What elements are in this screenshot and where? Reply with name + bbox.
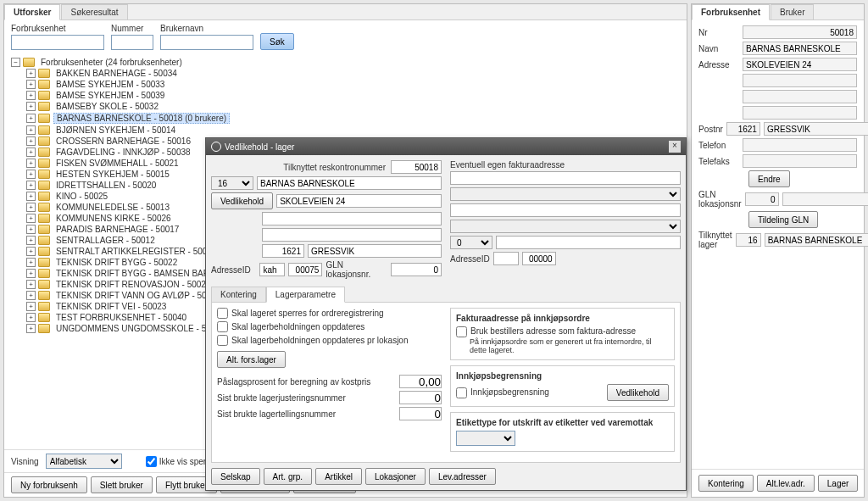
lbl-paslag: Påslagsprosent for beregning av kostpris [217,377,370,387]
paslag-input[interactable] [399,375,442,388]
expand-icon[interactable] [26,302,36,311]
tildeling-gln-button[interactable]: Tildeling GLN [748,211,818,228]
visning-select[interactable]: Alfabetisk [46,454,122,469]
expand-icon[interactable] [26,80,36,89]
tree-item[interactable]: BAKKEN BARNEHAGE - 50034 [26,68,683,79]
lager-navn-input [257,176,442,190]
egen-addr1 [450,171,681,185]
expand-icon[interactable] [26,258,36,267]
expand-icon[interactable] [26,170,36,179]
folder-icon [38,114,50,123]
expand-icon[interactable] [26,192,36,201]
expand-icon[interactable] [26,313,36,322]
tree-item[interactable]: BARNAS BARNESKOLE - 50018 (0 brukere) [26,112,683,125]
tree-item-label: BARNAS BARNESKOLE - 50018 (0 brukere) [53,113,230,124]
artgrp-button[interactable]: Art. grp. [264,468,313,485]
expand-icon[interactable] [26,148,36,157]
lager-select[interactable]: 16 [211,176,253,190]
etikett-select[interactable] [456,431,515,446]
expand-icon[interactable] [26,324,36,333]
selskap-button[interactable]: Selskap [211,468,260,485]
expand-icon[interactable] [26,291,36,300]
expand-icon[interactable] [26,159,36,168]
expand-icon[interactable] [26,236,36,245]
tree-item[interactable]: BJØRNEN SYKEHJEM - 50014 [26,125,683,136]
chk-bruk-bestiller[interactable] [456,326,467,337]
search-user-input[interactable] [160,35,253,50]
expand-icon[interactable] [26,181,36,190]
altlevadr-button[interactable]: Alt.lev.adr. [757,475,815,492]
dialog-titlebar[interactable]: Vedlikehold - lager × [206,138,686,155]
expand-icon[interactable] [26,125,36,135]
tree-root-label: Forbruksenheter (24 forbruksenheter) [38,58,185,67]
folder-icon [38,203,50,212]
tab-forbruksenhet[interactable]: Forbruksenhet [692,4,770,20]
lokasjoner-button[interactable]: Lokasjoner [365,468,426,485]
just-input[interactable] [399,391,442,404]
lbl-navn: Navn [698,44,739,53]
tab-lagerparametre[interactable]: Lagerparametre [266,287,345,303]
faktura-note: På innkjøpsordre som er generert ut fra … [470,337,669,354]
folder-icon [38,269,50,278]
tree-item-label: KINO - 50025 [53,192,110,201]
slett-bruker-button[interactable]: Slett bruker [91,476,153,493]
chk-sperres[interactable] [217,308,228,319]
egen-addr4-select[interactable] [450,220,681,233]
vedlikehold2-button[interactable]: Vedlikehold [607,384,669,401]
lbl-gln-modal: GLN lokasjonsnr. [326,260,387,279]
expand-icon[interactable] [26,280,36,289]
alt-fors-lager-button[interactable]: Alt. fors.lager [217,351,286,368]
tree-item-label: IDRETTSHALLEN - 50020 [53,181,159,190]
tab-sokeresultat[interactable]: Søkeresultat [61,4,127,19]
search-button[interactable]: Søk [260,33,294,50]
search-unit-input[interactable] [11,35,104,50]
tree-item[interactable]: BAMSEBY SKOLE - 50032 [26,101,683,112]
artikkel-button[interactable]: Artikkel [315,468,362,485]
expand-icon[interactable] [26,91,36,100]
folder-icon [38,302,50,311]
expand-icon[interactable] [26,214,36,223]
chk-beholdning[interactable] [217,321,228,332]
folder-icon [38,148,50,157]
tree-root-node[interactable]: Forbruksenheter (24 forbruksenheter) [11,57,683,68]
expand-icon[interactable] [26,102,36,111]
expand-icon[interactable] [26,69,36,78]
search-number-input[interactable] [111,35,153,50]
egen-addr2-select[interactable] [450,187,681,201]
kontering-button[interactable]: Kontering [698,475,754,492]
expand-icon[interactable] [26,225,36,234]
collapse-icon[interactable] [11,58,20,67]
expand-icon[interactable] [26,247,36,256]
lbl-brukernavn: Brukernavn [160,24,253,33]
close-icon[interactable]: × [669,141,681,153]
endre-button[interactable]: Endre [748,170,790,187]
nr-field [743,25,857,39]
tab-bruker[interactable]: Bruker [771,4,814,19]
folder-icon [38,324,50,333]
levadresser-button[interactable]: Lev.adresser [429,468,496,485]
expand-icon[interactable] [26,203,36,212]
tree-item-label: KOMMUNENS KIRKE - 50026 [53,214,174,223]
egen-postnr-select[interactable]: 0 [450,236,492,249]
lager-button[interactable]: Lager [818,475,859,492]
tell-input[interactable] [399,407,442,420]
lbl-gln: GLN lokasjonsnr [698,190,742,209]
lbl-tilknyttet-lager: Tilknyttet lager [698,231,732,249]
tree-item[interactable]: BAMSE SYKEHJEM - 50039 [26,90,683,101]
expand-icon[interactable] [26,269,36,278]
expand-icon[interactable] [26,136,36,146]
tree-item-label: BAMSEBY SKOLE - 50032 [53,102,161,111]
chk-innkjop[interactable] [456,387,467,398]
lbl-forbruksenhet: Forbruksenhet [11,24,104,33]
tree-item[interactable]: BAMSE SYKEHJEM - 50033 [26,79,683,90]
folder-icon [38,258,50,267]
adresseid-num [288,263,322,276]
expand-icon[interactable] [26,114,36,123]
vedlikehold-button[interactable]: Vedlikehold [211,192,273,209]
ny-forbruksenh-button[interactable]: Ny forbruksenh [11,476,87,493]
grp-etikett-title: Etikettype for utskrift av etiketter ved… [456,418,669,427]
chk-ikke-sperrede[interactable] [146,456,157,467]
tab-kontering[interactable]: Kontering [211,287,266,302]
chk-lokasjon[interactable] [217,335,228,346]
tab-utforsker[interactable]: Utforsker [4,4,60,20]
